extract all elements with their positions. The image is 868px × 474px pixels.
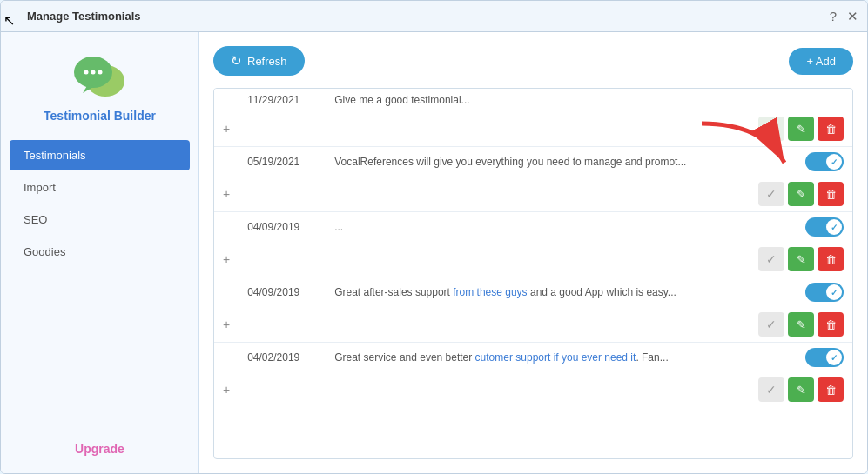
titlebar-controls: ? ✕ <box>830 9 858 24</box>
edit-button-4[interactable]: ✎ <box>788 312 814 337</box>
actions-top-1 <box>739 89 852 111</box>
table-row-sub: + ✓ ✎ 🗑 <box>214 242 852 277</box>
svg-point-2 <box>84 70 88 75</box>
sidebar-item-goodies[interactable]: Goodies <box>10 237 190 267</box>
table: 11/29/2021 Give me a good testimonial...… <box>214 89 852 407</box>
actions-bottom-1: ✓ ✎ 🗑 <box>739 111 852 147</box>
toggle-knob-3: ✓ <box>826 219 842 235</box>
text-cell-5: Great service and even better cutomer su… <box>326 343 739 373</box>
sidebar-logo <box>69 50 131 102</box>
check-button-1[interactable]: ✓ <box>758 117 784 141</box>
action-btns-4: ✓ ✎ 🗑 <box>758 312 844 337</box>
action-btns-3: ✓ ✎ 🗑 <box>758 247 844 271</box>
svg-point-4 <box>98 70 102 75</box>
empty-1 <box>239 111 739 147</box>
expand-plus-1[interactable]: + <box>214 111 239 147</box>
check-button-3[interactable]: ✓ <box>758 247 784 271</box>
actions-top-2: ✓ <box>739 147 852 177</box>
delete-button-4[interactable]: 🗑 <box>818 312 844 337</box>
expand-cell-5 <box>214 343 239 373</box>
actions-top-3: ✓ <box>739 212 852 243</box>
table-row: 04/02/2019 Great service and even better… <box>214 343 852 373</box>
empty-4 <box>239 307 739 343</box>
empty-2 <box>239 177 739 212</box>
testimonials-table: 11/29/2021 Give me a good testimonial...… <box>213 88 853 459</box>
sidebar-item-import[interactable]: Import <box>10 172 190 203</box>
sidebar-item-testimonials[interactable]: Testimonials <box>10 140 190 170</box>
date-cell-4: 04/09/2019 <box>239 277 326 308</box>
expand-cell-2 <box>214 147 239 177</box>
toggle-4[interactable]: ✓ <box>805 283 844 302</box>
expand-cell-4 <box>214 277 239 308</box>
refresh-button[interactable]: ↻ Refresh <box>213 46 305 76</box>
action-btns-1: ✓ ✎ 🗑 <box>758 117 844 141</box>
empty-3 <box>239 242 739 277</box>
check-button-4[interactable]: ✓ <box>758 312 784 337</box>
table-row: 04/09/2019 Great after-sales support fro… <box>214 277 852 308</box>
edit-button-2[interactable]: ✎ <box>788 182 814 206</box>
expand-cell-1 <box>214 89 239 111</box>
date-cell-5: 04/02/2019 <box>239 343 326 373</box>
expand-plus-4[interactable]: + <box>214 307 239 343</box>
expand-plus-3[interactable]: + <box>214 242 239 277</box>
action-btns-5: ✓ ✎ 🗑 <box>758 377 844 402</box>
titlebar: ↖ Manage Testimonials ? ✕ <box>1 1 867 32</box>
sidebar-item-seo[interactable]: SEO <box>10 204 190 235</box>
table-row-sub: + ✓ ✎ 🗑 <box>214 177 852 212</box>
expand-cell-3 <box>214 212 239 243</box>
text-cell-3: ... <box>326 212 739 243</box>
table-row-sub: + ✓ ✎ 🗑 <box>214 307 852 343</box>
delete-button-3[interactable]: 🗑 <box>818 247 844 271</box>
table-row-sub: + ✓ ✎ 🗑 <box>214 111 852 147</box>
toggle-knob-2: ✓ <box>826 154 842 170</box>
sidebar: Testimonial Builder Testimonials Import … <box>1 32 199 473</box>
table-row-sub: + ✓ ✎ 🗑 <box>214 372 852 407</box>
actions-bottom-3: ✓ ✎ 🗑 <box>739 242 852 277</box>
toolbar: ↻ Refresh + Add <box>213 46 853 76</box>
actions-top-5: ✓ <box>739 343 852 373</box>
window-title: Manage Testimonials <box>27 10 141 23</box>
edit-button-5[interactable]: ✎ <box>788 377 814 402</box>
date-cell-2: 05/19/2021 <box>239 147 326 177</box>
actions-bottom-2: ✓ ✎ 🗑 <box>739 177 852 212</box>
content: ↻ Refresh + Add 11/29/2021 <box>199 32 867 473</box>
delete-button-2[interactable]: 🗑 <box>818 182 844 206</box>
toggle-2[interactable]: ✓ <box>805 152 844 171</box>
blue-text-5: cutomer support if you ever need it <box>475 351 636 364</box>
blue-text-4: from these guys <box>453 286 527 298</box>
sidebar-app-name: Testimonial Builder <box>44 109 156 123</box>
upgrade-link[interactable]: Upgrade <box>75 442 124 473</box>
delete-button-1[interactable]: 🗑 <box>818 117 844 141</box>
text-cell-2: VocalReferences will give you everything… <box>326 147 739 177</box>
add-button[interactable]: + Add <box>789 48 853 75</box>
main-area: Testimonial Builder Testimonials Import … <box>1 32 867 473</box>
svg-point-3 <box>91 70 95 75</box>
toggle-3[interactable]: ✓ <box>805 217 844 237</box>
actions-top-4: ✓ <box>739 277 852 308</box>
expand-plus-2[interactable]: + <box>214 177 239 212</box>
text-cell-1: Give me a good testimonial... <box>326 89 739 111</box>
help-button[interactable]: ? <box>830 9 837 23</box>
edit-button-1[interactable]: ✎ <box>788 117 814 141</box>
toggle-knob-4: ✓ <box>826 284 842 300</box>
add-label: + Add <box>806 55 836 68</box>
toggle-knob-5: ✓ <box>826 350 842 365</box>
edit-button-3[interactable]: ✎ <box>788 247 814 271</box>
delete-button-5[interactable]: 🗑 <box>818 377 844 402</box>
check-button-5[interactable]: ✓ <box>758 377 784 402</box>
date-cell-3: 04/09/2019 <box>239 212 326 243</box>
content-wrapper: ↻ Refresh + Add 11/29/2021 <box>199 32 867 473</box>
empty-5 <box>239 372 739 407</box>
toggle-5[interactable]: ✓ <box>805 348 844 367</box>
actions-bottom-4: ✓ ✎ 🗑 <box>739 307 852 343</box>
refresh-icon: ↻ <box>231 53 242 69</box>
expand-plus-5[interactable]: + <box>214 372 239 407</box>
check-button-2[interactable]: ✓ <box>758 182 784 206</box>
text-cell-4: Great after-sales support from these guy… <box>326 277 739 308</box>
date-cell-1: 11/29/2021 <box>239 89 326 111</box>
table-row: 05/19/2021 VocalReferences will give you… <box>214 147 852 177</box>
sidebar-nav: Testimonials Import SEO Goodies <box>1 140 198 269</box>
close-button[interactable]: ✕ <box>847 9 858 24</box>
main-window: ↖ Manage Testimonials ? ✕ <box>0 0 868 474</box>
refresh-label: Refresh <box>247 55 287 68</box>
